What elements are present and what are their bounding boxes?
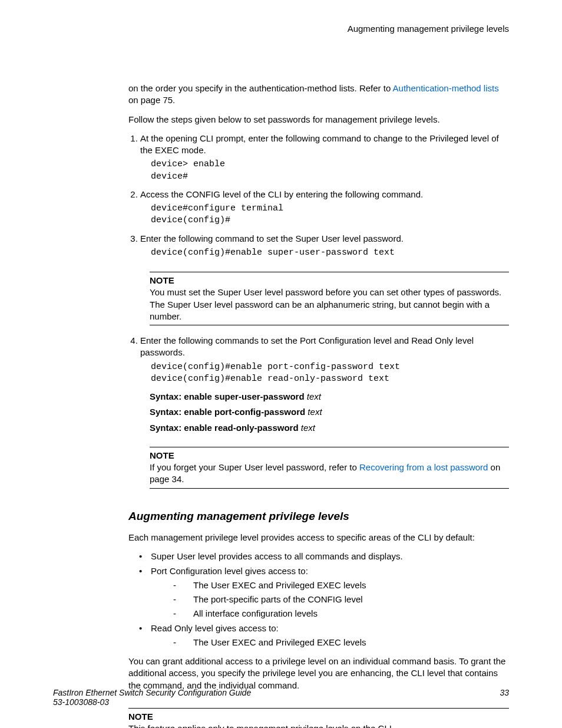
note-box-1: NOTE You must set the Super User level p… <box>150 272 509 325</box>
list-item: The port-specific parts of the CONFIG le… <box>173 594 509 605</box>
note-text: You must set the Super User level passwo… <box>150 286 509 322</box>
text: on page 75. <box>128 95 175 105</box>
syntax-italic: text <box>305 391 321 401</box>
footer-title: FastIron Ethernet Switch Security Config… <box>53 688 509 697</box>
note-box-2: NOTE If you forget your Super User level… <box>150 447 509 489</box>
intro-para-1: on the order you specify in the authenti… <box>128 83 509 107</box>
syntax-line-2: Syntax: enable port-config-password text <box>150 406 509 418</box>
syntax-bold: Syntax: enable port-config-password <box>150 407 305 417</box>
after-list-para: You can grant additional access to a pri… <box>128 655 509 691</box>
footer: 33 FastIron Ethernet Switch Security Con… <box>53 688 509 707</box>
list-item: Read Only level gives access to: The Use… <box>139 622 509 649</box>
bullet-list: Super User level provides access to all … <box>128 551 509 648</box>
syntax-bold: Syntax: enable read-only-password <box>150 423 299 433</box>
text: If you forget your Super User level pass… <box>150 462 359 472</box>
step-text: Enter the following command to set the S… <box>140 233 404 243</box>
step-4: Enter the following commands to set the … <box>140 335 509 489</box>
link-auth-method-lists[interactable]: Authentication-method lists <box>393 83 499 93</box>
section-heading: Augmenting management privilege levels <box>128 509 509 524</box>
list-item: All interface configuration levels <box>173 608 509 620</box>
step-1: At the opening CLI prompt, enter the fol… <box>140 133 509 183</box>
note-label: NOTE <box>128 711 509 723</box>
dash-list: The User EXEC and Privileged EXEC levels <box>151 637 509 648</box>
code-block: device> enable device# <box>151 159 509 183</box>
footer-docnum: 53-1003088-03 <box>53 697 509 707</box>
intro-para-2: Follow the steps given below to set pass… <box>128 114 509 126</box>
step-text: Access the CONFIG level of the CLI by en… <box>140 189 423 199</box>
content: on the order you specify in the authenti… <box>128 83 509 728</box>
page-number: 33 <box>500 688 509 697</box>
syntax-italic: text <box>305 407 322 417</box>
list-item: The User EXEC and Privileged EXEC levels <box>173 579 509 591</box>
text: Read Only level gives access to: <box>151 623 279 633</box>
note-label: NOTE <box>150 450 509 462</box>
step-3: Enter the following command to set the S… <box>140 233 509 326</box>
code-block: device(config)#enable super-user-passwor… <box>151 247 509 259</box>
dash-list: The User EXEC and Privileged EXEC levels… <box>151 579 509 620</box>
list-item: Super User level provides access to all … <box>139 551 509 562</box>
code-block: device(config)#enable port-config-passwo… <box>151 361 509 386</box>
step-text: At the opening CLI prompt, enter the fol… <box>140 133 499 155</box>
syntax-italic: text <box>299 423 315 433</box>
text: on the order you specify in the authenti… <box>128 83 393 93</box>
step-2: Access the CONFIG level of the CLI by en… <box>140 189 509 227</box>
step-text: Enter the following commands to set the … <box>140 335 474 357</box>
page: Augmenting management privilege levels o… <box>0 0 562 728</box>
code-block: device#configure terminal device(config)… <box>151 203 509 227</box>
running-head: Augmenting management privilege levels <box>348 24 509 34</box>
link-recovering-password[interactable]: Recovering from a lost password <box>359 462 488 472</box>
steps-list: At the opening CLI prompt, enter the fol… <box>128 133 509 489</box>
note-label: NOTE <box>150 275 509 286</box>
note-box-3: NOTE This feature applies only to manage… <box>128 708 509 728</box>
list-item: Port Configuration level gives access to… <box>139 565 509 620</box>
note-text: If you forget your Super User level pass… <box>150 462 509 486</box>
list-item: The User EXEC and Privileged EXEC levels <box>173 637 509 648</box>
section-intro: Each management privilege level provides… <box>128 532 509 543</box>
note-text: This feature applies only to management … <box>128 723 509 728</box>
syntax-bold: Syntax: enable super-user-password <box>150 391 305 401</box>
syntax-line-3: Syntax: enable read-only-password text <box>150 422 509 434</box>
syntax-line-1: Syntax: enable super-user-password text <box>150 391 509 403</box>
text: Port Configuration level gives access to… <box>151 566 308 576</box>
